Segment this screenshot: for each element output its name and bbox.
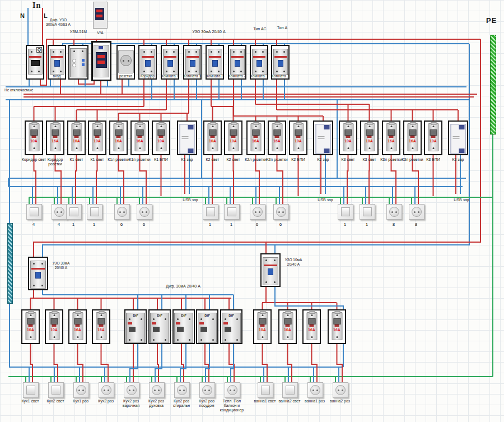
socket-round [76, 385, 86, 395]
device-dif-breaker: DIF [124, 309, 147, 344]
terminal-screw-icon [151, 71, 152, 72]
device-label: Коридор [138, 74, 157, 78]
terminal-screw-icon [233, 51, 235, 53]
device-breaker: 16А [268, 120, 286, 155]
socket-round [310, 385, 320, 395]
device-meter [91, 41, 111, 81]
rcd-toggle [212, 60, 218, 67]
socket-round [139, 207, 150, 217]
test-strip-icon [274, 56, 287, 58]
amp-rating: 10А [292, 139, 304, 143]
amp-rating: 10А [28, 139, 40, 143]
terminal-screw-icon [432, 126, 434, 127]
amp-rating: 10А [256, 328, 268, 332]
vent-line-icon [453, 138, 460, 139]
test-strip-icon [186, 56, 199, 58]
breaker-toggle [252, 129, 259, 136]
device-breaker: 10А [289, 120, 307, 155]
amp-rating: 16А [306, 328, 318, 332]
dif-title: DIF [222, 314, 240, 318]
socket-hole-icon [391, 211, 393, 213]
breaker-device: 10А [282, 312, 293, 340]
rcd-device [141, 49, 155, 75]
amp-rating: 10А [342, 139, 354, 143]
outlet-count: 8 [410, 222, 422, 227]
socket-hole-icon [146, 211, 147, 213]
terminal-screw-icon [165, 318, 166, 320]
rcd-group-note: УЗО 30мА 20/40 А [178, 30, 240, 34]
breaker-device: 16А [134, 123, 145, 151]
terminal-screw-icon [189, 339, 190, 341]
device-breaker: 10А [224, 120, 242, 155]
wall-switch [360, 204, 375, 220]
socket-hole-icon [338, 389, 339, 391]
indicator-icon [82, 59, 85, 62]
terminal-screw-icon [82, 50, 83, 52]
terminal-screw-icon [153, 318, 155, 320]
terminal-screw-icon [276, 51, 278, 53]
meter-digits [96, 10, 102, 12]
terminal-screw-icon [177, 339, 179, 341]
rcd-bath-label: УЗО 10мА 20/40 А [284, 258, 303, 267]
usb-charger-device [316, 124, 331, 154]
dif-title: DIF [198, 314, 216, 318]
terminal-screw-icon [33, 285, 35, 286]
switch-key [90, 207, 99, 216]
socket-hole-icon [104, 389, 105, 391]
terminal-screw-icon [96, 147, 98, 149]
socket-round [389, 207, 399, 217]
terminal-screw-icon [265, 259, 267, 261]
wall-switch [48, 382, 64, 398]
breaker-device: 10А [343, 123, 353, 151]
breaker-toggle [284, 318, 291, 324]
device-breaker: 10А [45, 309, 63, 344]
socket-hole-icon [278, 211, 280, 213]
device-din_socket: розетка [116, 45, 135, 80]
terminal-screw-icon [189, 318, 190, 320]
amp-rating: 16А [407, 139, 418, 143]
terminal-screw-icon [118, 126, 119, 127]
breaker-toggle [129, 327, 136, 332]
breaker-toggle [157, 129, 165, 136]
rcd-device [263, 257, 278, 285]
socket-round [227, 385, 237, 395]
socket-hole-icon [342, 389, 343, 391]
terminal-screw-icon [195, 51, 197, 53]
terminal-screw-icon [236, 339, 238, 341]
terminal-screw-icon [212, 147, 213, 149]
terminal-screw-icon [390, 147, 392, 149]
pe-label: PE [486, 16, 497, 25]
pe-bus-bar [490, 35, 496, 135]
rcd-toggle [278, 60, 283, 67]
breaker-device: 16А [113, 123, 124, 151]
terminal-screw-icon [100, 314, 102, 316]
socket-hole-icon [108, 389, 109, 391]
test-strip-icon [128, 322, 132, 324]
amp-rating: 16А [385, 139, 397, 143]
socket-hole-icon [312, 389, 314, 391]
terminal-screw-icon [225, 339, 226, 341]
test-strip-icon [152, 322, 156, 324]
device-main: Q [26, 45, 44, 80]
terminal-screw-icon [200, 318, 202, 320]
breaker-device: 16А [50, 123, 60, 151]
device-breaker: 16А [302, 309, 321, 344]
breaker-device: 10А [428, 123, 438, 151]
neutral-wire-label: N [20, 12, 25, 19]
amp-rating: 10А [48, 328, 60, 332]
terminal-screw-icon [139, 126, 141, 127]
device-breaker: 16А [246, 120, 265, 155]
switch-key [286, 386, 295, 395]
socket-hole-icon [57, 211, 58, 213]
vent-line-icon [453, 136, 460, 137]
breaker-device: 16А [332, 312, 342, 340]
wall-switch [338, 204, 353, 220]
vent-line-icon [182, 136, 189, 137]
socket-hole-icon [230, 389, 231, 391]
terminal-screw-icon [283, 51, 285, 53]
wall-socket [137, 204, 152, 220]
socket-hole-icon [208, 389, 210, 391]
breaker-device: 16А [72, 312, 83, 340]
socket-hole-icon [255, 211, 256, 213]
device-breaker: 16А [92, 309, 110, 344]
